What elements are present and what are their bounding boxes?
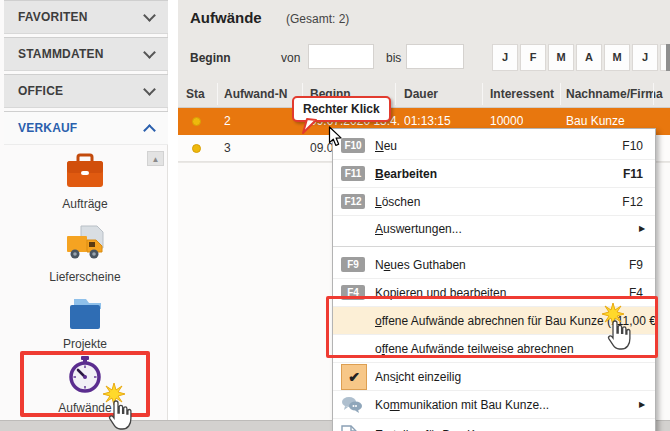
hand-cursor-menu xyxy=(599,303,641,355)
fkey-badge: F4 xyxy=(341,285,365,300)
filter-label-bis: bis xyxy=(386,51,401,65)
fkey-badge: F11 xyxy=(341,166,365,181)
context-menu: F10 Neu F10 F11 Bearbeiten F11 F12 Lösch… xyxy=(332,128,656,431)
sidebar: FAVORITEN STAMMDATEN OFFICE VERKAUF ▲ Au… xyxy=(0,0,168,431)
month-button-mai[interactable]: M xyxy=(604,44,630,71)
truck-icon xyxy=(63,224,107,264)
fkey-badge: F10 xyxy=(341,138,365,153)
sidebar-item-label: Projekte xyxy=(63,337,107,351)
tooltip-tail xyxy=(299,117,319,135)
menu-item-bearbeiten[interactable]: F11 Bearbeiten F11 xyxy=(333,160,655,188)
submenu-arrow-icon: ▶ xyxy=(639,400,655,409)
sidebar-section-office[interactable]: OFFICE xyxy=(4,74,168,108)
stopwatch-icon xyxy=(65,355,105,395)
folder-icon xyxy=(64,297,106,331)
column-header-dauer[interactable]: Dauer xyxy=(404,87,486,101)
filter-von-input[interactable] xyxy=(308,44,374,69)
sidebar-item-label: Aufträge xyxy=(62,197,107,211)
month-button-jun[interactable]: J xyxy=(632,44,658,71)
sidebar-item-label: Lieferscheine xyxy=(49,270,120,284)
chevron-up-icon xyxy=(143,124,156,137)
cell-aufwand-nr: 3 xyxy=(224,141,231,155)
checkbox-checked-icon[interactable]: ✔ xyxy=(341,364,367,390)
column-header-interessent[interactable]: Interessent xyxy=(490,87,564,101)
sidebar-item-projekte[interactable]: Projekte xyxy=(10,297,160,351)
cell-interessent: 10000 xyxy=(490,114,523,128)
briefcase-icon xyxy=(64,153,106,191)
hand-pointer-icon xyxy=(110,401,131,429)
document-icon xyxy=(341,425,357,431)
filter-label-beginn: Beginn xyxy=(190,51,231,65)
menu-item-loeschen[interactable]: F12 Löschen F12 xyxy=(333,188,655,216)
menu-item-ansicht-einzeilig[interactable]: ✔ Ansicht einzeilig xyxy=(333,363,655,391)
hand-pointer-icon xyxy=(609,321,630,349)
chevron-down-icon xyxy=(143,46,156,59)
month-button-apr[interactable]: A xyxy=(576,44,602,71)
section-label: OFFICE xyxy=(18,84,63,98)
record-count: (Gesamt: 2) xyxy=(286,12,349,26)
panel-divider xyxy=(168,0,178,420)
sidebar-section-favoriten[interactable]: FAVORITEN xyxy=(4,0,168,34)
menu-item-kommunikation[interactable]: Kommunikation mit Bau Kunze... ▶ xyxy=(333,391,655,419)
sidebar-section-verkauf[interactable]: VERKAUF xyxy=(4,111,168,145)
menu-item-neues-guthaben[interactable]: F9 Neues Guthaben F9 xyxy=(333,251,655,279)
menu-item-erstellen[interactable]: Erstellen für Bau Kunze ▶ xyxy=(333,419,655,431)
chat-bubbles-icon xyxy=(341,396,363,414)
month-button-mar[interactable]: M xyxy=(548,44,574,71)
menu-item-auswertungen[interactable]: Auswertungen... ▶ xyxy=(333,216,655,241)
section-label: STAMMDATEN xyxy=(18,47,104,61)
hand-cursor-sidebar xyxy=(100,383,142,431)
month-button-feb[interactable]: F xyxy=(520,44,546,71)
panel-edge xyxy=(666,44,670,71)
section-label: FAVORITEN xyxy=(18,10,88,24)
menu-item-neu[interactable]: F10 Neu F10 xyxy=(333,132,655,160)
fkey-badge: F9 xyxy=(341,257,365,272)
table-header: Sta Aufwand-N Beginn Dauer Interessent N… xyxy=(178,80,670,108)
status-dot-icon xyxy=(192,144,201,153)
chevron-down-icon xyxy=(143,83,156,96)
sidebar-section-stammdaten[interactable]: STAMMDATEN xyxy=(4,37,168,71)
month-button-jan[interactable]: J xyxy=(492,44,518,71)
section-label: VERKAUF xyxy=(18,121,77,135)
column-header-status[interactable]: Sta xyxy=(186,87,216,101)
status-dot-icon xyxy=(192,117,201,126)
sidebar-item-lieferscheine[interactable]: Lieferscheine xyxy=(10,224,160,284)
column-header-nachname-firma[interactable]: Nachname/Firma xyxy=(566,87,666,101)
filter-bis-input[interactable] xyxy=(406,44,464,69)
cell-name: Bau Kunze xyxy=(566,114,625,128)
cell-aufwand-nr: 2 xyxy=(224,114,231,128)
fkey-badge: F12 xyxy=(341,194,365,209)
cursor-arrow xyxy=(328,126,343,147)
submenu-arrow-icon: ▶ xyxy=(639,224,655,233)
page-title: Aufwände xyxy=(190,9,262,26)
chevron-down-icon xyxy=(143,9,156,22)
sidebar-item-auftraege[interactable]: Aufträge xyxy=(10,153,160,211)
cell-dauer: 01:13:15 xyxy=(404,114,451,128)
filter-label-von: von xyxy=(281,51,300,65)
menu-separator xyxy=(333,246,655,247)
